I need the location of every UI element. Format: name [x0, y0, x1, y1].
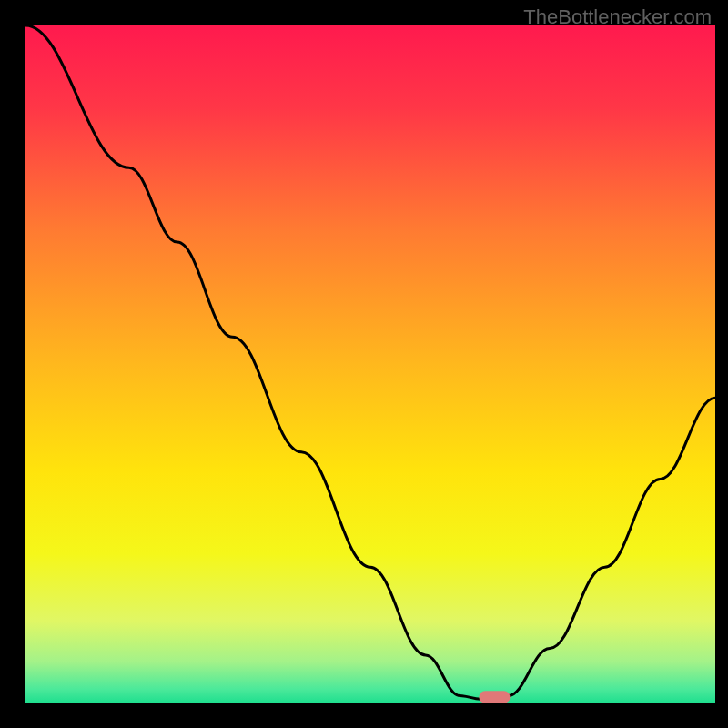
bottleneck-chart	[0, 0, 728, 728]
chart-container	[0, 0, 728, 728]
svg-rect-1	[25, 25, 715, 703]
watermark-label: TheBottlenecker.com	[523, 5, 712, 29]
svg-rect-2	[479, 691, 510, 703]
